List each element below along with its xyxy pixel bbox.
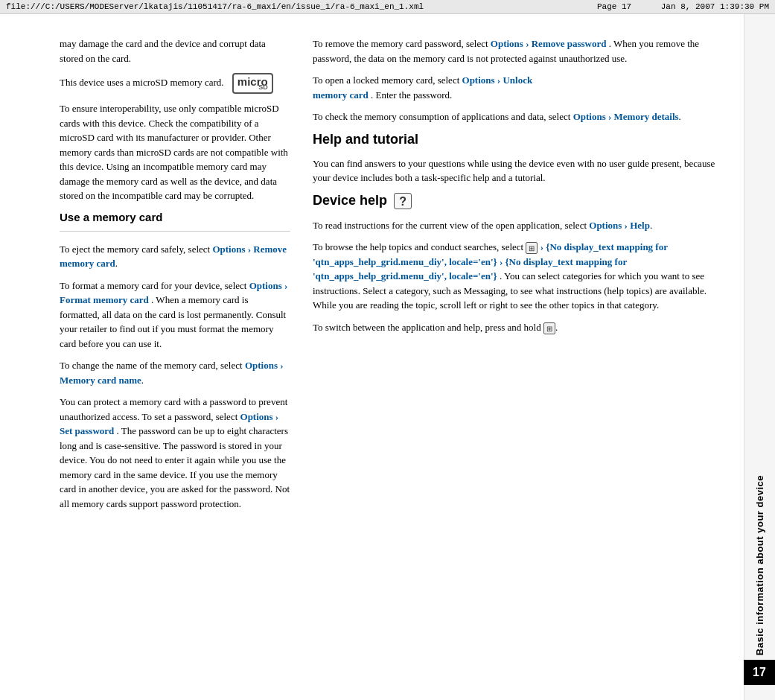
unlock-options-link[interactable]: Options bbox=[462, 74, 495, 86]
microsd-logo-icon: microSD bbox=[232, 73, 273, 94]
eject-paragraph: To eject the memory card safely, select … bbox=[60, 242, 290, 271]
remove-chevron: › bbox=[526, 38, 529, 49]
password-chevron: › bbox=[275, 411, 278, 422]
format-memory-link[interactable]: Format memory card bbox=[60, 294, 149, 305]
main-content: may damage the card and the device and c… bbox=[0, 14, 744, 700]
eject-options-link[interactable]: Options bbox=[212, 244, 245, 255]
device-help-heading: Device help ? bbox=[313, 193, 729, 209]
top-bar: file:///C:/USERS/MODEServer/lkatajis/110… bbox=[0, 0, 775, 14]
device-help-chevron: › bbox=[625, 220, 628, 231]
format-options-link[interactable]: Options bbox=[249, 280, 282, 291]
set-password-link[interactable]: Set password bbox=[60, 425, 114, 436]
rename-chevron: › bbox=[280, 360, 283, 371]
microsd-paragraph: This device uses a microSD memory card. … bbox=[60, 73, 290, 94]
intro-paragraph: may damage the card and the device and c… bbox=[60, 36, 290, 66]
memory-card-name-link[interactable]: Memory card name bbox=[60, 375, 141, 386]
remove-options-link[interactable]: Options bbox=[491, 38, 523, 49]
switch-paragraph: To switch between the application and he… bbox=[313, 320, 729, 335]
switch-icon: ⊞ bbox=[543, 322, 555, 334]
format-paragraph: To format a memory card for your device,… bbox=[60, 279, 290, 351]
unlock-link[interactable]: Unlock bbox=[503, 74, 532, 86]
rename-options-link[interactable]: Options bbox=[245, 360, 278, 371]
page-number: 17 bbox=[744, 660, 775, 685]
device-help-icon: ? bbox=[394, 193, 412, 209]
browse-chevron2: › bbox=[500, 256, 505, 267]
section-divider bbox=[60, 231, 290, 232]
help-link[interactable]: Help bbox=[630, 220, 650, 231]
password-paragraph: You can protect a memory card with a pas… bbox=[60, 395, 290, 511]
unlock-paragraph: To open a locked memory card, select Opt… bbox=[313, 73, 729, 102]
rename-paragraph: To change the name of the memory card, s… bbox=[60, 358, 290, 387]
page-info: Page 17 Jan 8, 2007 1:39:30 PM bbox=[597, 2, 769, 11]
sidebar: Basic information about your device 17 bbox=[744, 14, 775, 700]
memory-options-link[interactable]: Options bbox=[573, 111, 606, 122]
memory-chevron: › bbox=[608, 111, 611, 122]
left-column: may damage the card and the device and c… bbox=[60, 36, 290, 685]
browse-grid-icon: ⊞ bbox=[526, 242, 538, 254]
filepath: file:///C:/USERS/MODEServer/lkatajis/110… bbox=[6, 2, 424, 11]
password-options-link[interactable]: Options bbox=[240, 411, 273, 422]
format-chevron: › bbox=[284, 280, 287, 291]
sidebar-label: Basic information about your device bbox=[754, 475, 765, 655]
remove-password-paragraph: To remove the memory card password, sele… bbox=[313, 36, 729, 66]
content-area: may damage the card and the device and c… bbox=[0, 14, 775, 700]
memory-consumption-paragraph: To check the memory consumption of appli… bbox=[313, 109, 729, 124]
help-tutorial-heading: Help and tutorial bbox=[313, 132, 729, 147]
eject-chevron: › bbox=[248, 244, 251, 255]
unlock-chevron: › bbox=[497, 74, 500, 86]
browse-paragraph: To browse the help topics and conduct se… bbox=[313, 240, 729, 313]
help-intro-paragraph: You can find answers to your questions w… bbox=[313, 156, 729, 185]
device-help-options-link[interactable]: Options bbox=[589, 220, 622, 231]
memory-details-link[interactable]: Memory details bbox=[614, 111, 679, 122]
device-help-paragraph: To read instructions for the current vie… bbox=[313, 218, 729, 233]
right-column: To remove the memory card password, sele… bbox=[313, 36, 729, 685]
remove-password-link[interactable]: Remove password bbox=[532, 38, 607, 49]
use-memory-card-heading: Use a memory card bbox=[60, 211, 290, 223]
unlock-memory-card-link[interactable]: memory card bbox=[313, 89, 369, 101]
page-wrapper: file:///C:/USERS/MODEServer/lkatajis/110… bbox=[0, 0, 775, 700]
interop-paragraph: To ensure interoperability, use only com… bbox=[60, 101, 290, 203]
